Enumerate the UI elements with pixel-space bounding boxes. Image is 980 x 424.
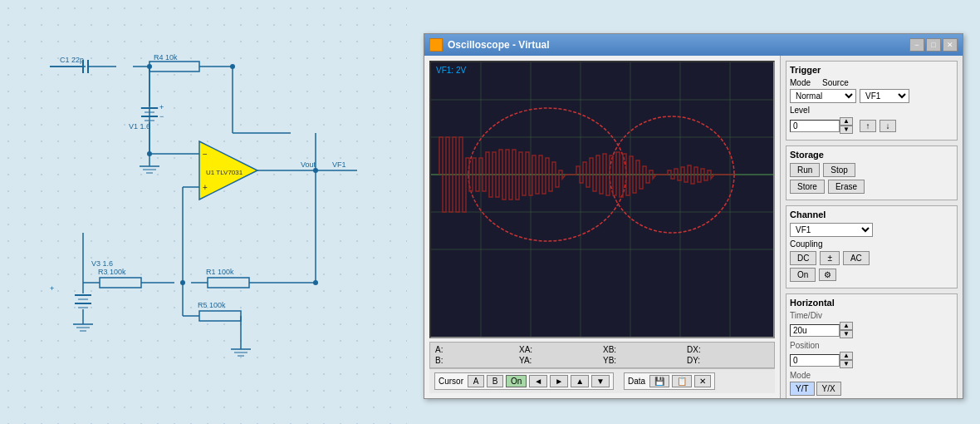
svg-text:V3 1.6: V3 1.6 [91,259,113,268]
ac-button[interactable]: AC [843,251,870,265]
svg-text:Vout: Vout [301,160,316,169]
a-label: A: [435,345,517,354]
channel-label: VF1: 2V [436,66,466,75]
coupling-label: Coupling [790,239,822,249]
pm-button[interactable]: ± [820,251,840,265]
mode-label: Mode [790,78,811,87]
horizontal-section: Horizontal Time/Div ▲ ▼ Position [786,293,958,398]
cursor-a-button[interactable]: A [468,375,484,387]
svg-text:R3 100k: R3 100k [98,268,126,276]
dc-button[interactable]: DC [790,251,816,265]
title-bar: Oscilloscope - Virtual − □ ✕ [424,34,963,56]
circuit-area: C1 22p R4 10k + − V1 1.6 [0,0,407,424]
controls-row: Cursor A B On ◄ ► ▲ ▼ Data 💾 📋 ✕ [429,368,775,393]
trigger-down-btn[interactable]: ↓ [880,120,896,132]
level-up-button[interactable]: ▲ [840,117,853,126]
level-spinner: ▲ ▼ [790,117,853,134]
time-div-input[interactable] [790,324,840,337]
svg-text:+: + [159,103,164,111]
time-div-spinner: ▲ ▼ [790,322,853,338]
svg-text:−: − [203,150,208,159]
trigger-mode-select[interactable]: Normal Auto Single [790,89,856,103]
storage-section: Storage Run Stop Store Erase [786,145,958,200]
channel-probe-button[interactable]: ⚙ [819,269,836,281]
h-position-input[interactable] [790,354,840,367]
svg-text:R5 100k: R5 100k [198,301,226,309]
close-button[interactable]: ✕ [943,38,958,52]
osc-body: VF1: 2V [424,56,963,398]
waveform-svg [431,62,773,337]
maximize-button[interactable]: □ [926,38,941,52]
svg-text:R4 10k: R4 10k [154,53,178,62]
svg-text:V1 1.6: V1 1.6 [129,122,150,131]
window-title: Oscilloscope - Virtual [448,39,549,51]
channel-title: Channel [790,210,953,219]
cursor-section: Cursor A B On ◄ ► ▲ ▼ [434,372,614,390]
ya-label: YA: [519,356,601,365]
h-mode-label: Mode [790,371,953,380]
svg-text:U1 TLV7031: U1 TLV7031 [206,169,243,176]
yt-mode-button[interactable]: Y/T [790,382,815,396]
yb-label: YB: [603,356,685,365]
display-area: VF1: 2V [424,56,780,398]
cursor-up-button[interactable]: ▲ [571,375,589,387]
right-panel: Trigger Mode Source Normal Auto Single V… [780,56,963,398]
store-button[interactable]: Store [790,180,825,194]
dy-label: DY: [687,356,769,365]
h-mode-buttons: Y/T Y/X [790,382,841,396]
data-copy-button[interactable]: 📋 [672,375,692,387]
svg-point-59 [313,280,318,285]
cursor-b-button[interactable]: B [487,375,503,387]
channel-select[interactable]: VF1 [790,223,873,237]
measurement-info: A: XA: XB: DX: B: YA: YB: DY: [429,342,775,368]
svg-text:C1 22p: C1 22p [60,56,84,64]
erase-button[interactable]: Erase [828,180,865,194]
stop-button[interactable]: Stop [823,163,855,177]
cursor-on-button[interactable]: On [506,375,527,387]
svg-text:R1 100k: R1 100k [206,268,234,276]
storage-title: Storage [790,150,953,160]
h-position-label: Position [790,341,953,350]
channel-on-button[interactable]: On [790,268,816,282]
minimize-button[interactable]: − [909,38,924,52]
h-position-up-button[interactable]: ▲ [840,352,853,360]
h-position-spin-buttons: ▲ ▼ [840,352,853,368]
data-clear-button[interactable]: ✕ [694,375,711,387]
h-position-spinner: ▲ ▼ [790,352,853,368]
title-left: Oscilloscope - Virtual [429,38,549,52]
osc-app-icon [429,38,443,52]
level-spin-buttons: ▲ ▼ [840,117,853,134]
svg-text:+: + [50,284,54,293]
trigger-up-btn[interactable]: ↑ [860,120,876,132]
cursor-left-button[interactable]: ◄ [529,375,547,387]
time-div-label: Time/Div [790,311,953,320]
circuit-diagram: C1 22p R4 10k + − V1 1.6 [0,0,407,424]
horizontal-title: Horizontal [790,298,953,308]
h-position-down-button[interactable]: ▼ [840,360,853,368]
cursor-label: Cursor [439,377,463,386]
source-label: Source [822,78,849,87]
cursor-down-button[interactable]: ▼ [591,375,610,387]
yx-mode-button[interactable]: Y/X [816,382,841,396]
svg-text:+: + [203,183,208,192]
xb-label: XB: [603,345,685,354]
data-label: Data [628,377,645,386]
oscilloscope-window: Oscilloscope - Virtual − □ ✕ VF1: 2V [424,33,963,399]
level-down-button[interactable]: ▼ [840,126,853,134]
time-div-up-button[interactable]: ▲ [840,322,853,330]
time-div-down-button[interactable]: ▼ [840,330,853,338]
dx-label: DX: [687,345,769,354]
run-button[interactable]: Run [790,163,820,177]
trigger-source-select[interactable]: VF1 [860,89,909,103]
oscilloscope-screen: VF1: 2V [429,61,775,338]
trigger-section: Trigger Mode Source Normal Auto Single V… [786,61,958,141]
window-controls[interactable]: − □ ✕ [909,38,958,52]
xa-label: XA: [519,345,601,354]
time-div-spin-buttons: ▲ ▼ [840,322,853,338]
level-input[interactable] [790,120,840,132]
svg-text:−: − [159,112,164,121]
b-label: B: [435,356,517,365]
data-save-button[interactable]: 💾 [649,375,669,387]
channel-section: Channel VF1 Coupling DC ± AC On ⚙ [786,205,958,288]
cursor-right-button[interactable]: ► [550,375,568,387]
